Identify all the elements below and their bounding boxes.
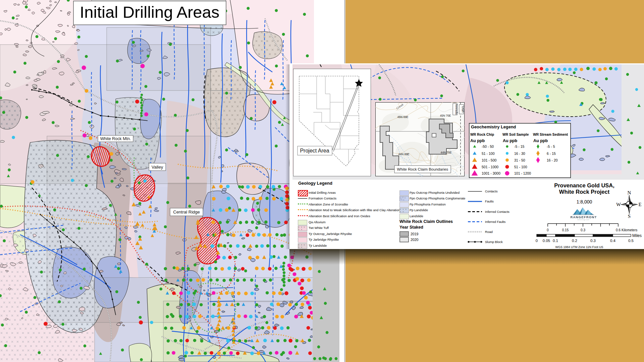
svg-text:0.1: 0.1	[553, 239, 558, 243]
svg-text:Miles: Miles	[632, 233, 642, 238]
svg-text:0.3: 0.3	[590, 239, 596, 243]
svg-text:101 - 1200: 101 - 1200	[514, 171, 531, 175]
svg-text:-50 - 50: -50 - 50	[482, 144, 494, 148]
svg-text:WR Soil Sample: WR Soil Sample	[502, 133, 529, 136]
svg-text:31 - 50: 31 - 50	[514, 158, 525, 162]
svg-text:White Rock Claim Boundaries: White Rock Claim Boundaries	[397, 167, 448, 171]
svg-text:Project Area: Project Area	[300, 148, 329, 154]
svg-text:0.4: 0.4	[610, 239, 616, 243]
svg-text:45N 70E: 45N 70E	[440, 114, 451, 117]
svg-text:0: 0	[547, 228, 549, 232]
svg-text:-5 - 15: -5 - 15	[514, 144, 525, 148]
svg-text:Kilometers: Kilometers	[622, 228, 637, 232]
svg-text:Geochemistry Legend: Geochemistry Legend	[471, 124, 516, 129]
svg-text:WR Stream Sediment: WR Stream Sediment	[533, 133, 568, 136]
svg-text:Central Ridge: Central Ridge	[173, 209, 200, 215]
svg-text:1001 - 3000: 1001 - 3000	[482, 171, 500, 175]
svg-text:E: E	[638, 202, 641, 207]
svg-text:0.5: 0.5	[628, 239, 634, 243]
svg-text:45N 69E: 45N 69E	[397, 115, 408, 119]
svg-text:RANGEFRONT: RANGEFRONT	[570, 215, 597, 219]
svg-text:0.2: 0.2	[572, 239, 577, 243]
svg-text:S: S	[628, 214, 631, 219]
svg-text:Nevada: Nevada	[455, 104, 458, 114]
svg-text:501 - 1000: 501 - 1000	[482, 165, 498, 169]
svg-text:44N 70E: 44N 70E	[440, 151, 451, 154]
svg-text:16 - 30: 16 - 30	[514, 152, 525, 156]
svg-text:N: N	[628, 190, 631, 195]
svg-text:101 - 500: 101 - 500	[482, 158, 497, 162]
svg-text:-5 - 5: -5 - 5	[547, 144, 555, 148]
svg-text:0.3: 0.3	[581, 228, 585, 232]
svg-text:51 - 100: 51 - 100	[514, 165, 527, 169]
svg-text:Au ppb: Au ppb	[533, 138, 548, 143]
svg-text:0.15: 0.15	[562, 228, 569, 232]
svg-text:Valley: Valley	[152, 165, 163, 170]
svg-text:Geological: Geological	[578, 219, 590, 221]
svg-text:Initial Drilling Areas: Initial Drilling Areas	[80, 3, 220, 21]
svg-text:0.05: 0.05	[543, 239, 550, 243]
svg-text:White Rock Mtn.: White Rock Mtn.	[100, 136, 131, 141]
svg-text:6 - 15: 6 - 15	[547, 152, 556, 156]
svg-text:Au ppb: Au ppb	[503, 138, 517, 143]
svg-text:WR Rock Chip: WR Rock Chip	[470, 133, 494, 136]
svg-text:16 - 20: 16 - 20	[547, 158, 558, 162]
svg-text:0.6: 0.6	[616, 228, 621, 232]
svg-text:Utah: Utah	[461, 106, 465, 112]
svg-text:51 - 100: 51 - 100	[482, 152, 495, 156]
svg-text:0: 0	[536, 239, 538, 243]
svg-text:44N 69E: 44N 69E	[398, 153, 409, 156]
svg-text:W: W	[616, 202, 621, 207]
svg-text:Au ppb: Au ppb	[470, 138, 485, 143]
